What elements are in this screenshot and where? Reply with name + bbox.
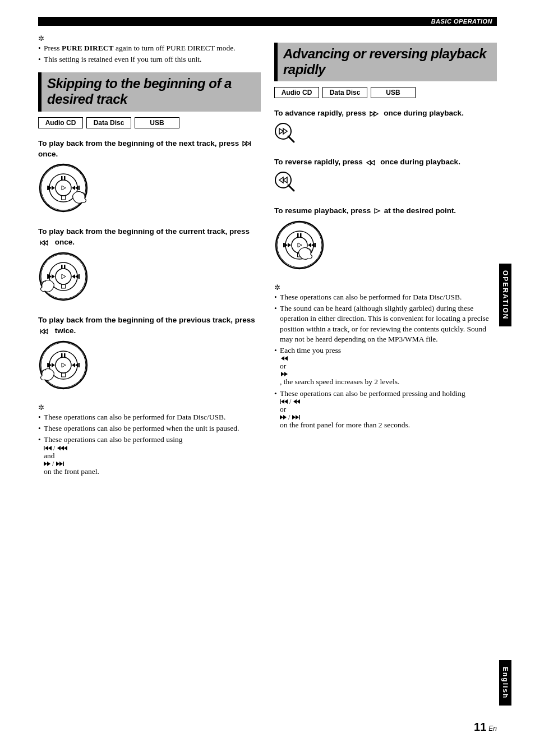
skip-rewind-combo-icon: / (44, 445, 261, 451)
figure-dpad-prev-twice (38, 340, 261, 394)
svg-text:/: / (288, 414, 290, 420)
prev-track-icon (39, 329, 52, 334)
media-tags: Audio CD Data Disc USB (274, 87, 497, 98)
tag-data-disc: Data Disc (322, 87, 367, 98)
svg-text:/: / (52, 461, 54, 467)
side-tab-operation: OPERATION (499, 264, 511, 326)
svg-text:/: / (289, 399, 292, 404)
tips-list-2: These operations can also be performed f… (38, 412, 261, 477)
svg-rect-19 (280, 399, 281, 404)
tag-usb: USB (371, 87, 416, 98)
figure-dpad-play (274, 220, 497, 274)
figure-dpad-next (38, 163, 261, 216)
instruction-previous-track: To play back from the beginning of the p… (38, 315, 261, 336)
fwd-skip-combo-icon: / (280, 414, 497, 420)
tag-data-disc: Data Disc (86, 117, 131, 128)
instruction-resume: To resume playback, press at the desired… (274, 206, 497, 216)
page-number: 11En (474, 721, 497, 734)
tip-item: These operations can also be performed u… (38, 435, 261, 477)
instruction-reverse: To reverse rapidly, press once during pl… (274, 157, 497, 168)
fast-forward-icon (280, 371, 497, 377)
svg-text:/: / (53, 445, 56, 451)
tag-audio-cd: Audio CD (274, 87, 319, 98)
fast-forward-icon (370, 111, 381, 117)
tag-usb: USB (135, 117, 179, 128)
tip-item: These operations can also be performed f… (274, 292, 497, 302)
svg-rect-18 (63, 462, 64, 466)
tip-item: These operations can also be performed w… (38, 423, 261, 434)
section-heading-advance: Advancing or reversing playback rapidly (274, 43, 497, 81)
left-column: ✲ Press PURE DIRECT again to turn off PU… (38, 35, 261, 483)
svg-rect-22 (299, 415, 301, 420)
tip-item: This setting is retained even if you tur… (38, 54, 261, 64)
rewind-icon (366, 160, 377, 165)
figure-magnifier-fwd (274, 122, 497, 147)
media-tags: Audio CD Data Disc USB (38, 117, 261, 128)
fwd-skip-combo-icon: / (44, 461, 261, 467)
tip-item: The sound can be heard (although slightl… (274, 303, 497, 344)
figure-dpad-prev (38, 251, 261, 305)
instruction-advance: To advance rapidly, press once during pl… (274, 108, 497, 119)
tip-item: Each time you press or , the search spee… (274, 345, 497, 388)
prev-track-icon (39, 240, 52, 246)
rewind-icon (280, 356, 497, 361)
tip-icon: ✲ (274, 284, 497, 291)
header-category: BASIC OPERATION (38, 17, 497, 26)
tip-item: These operations can also be performed p… (274, 389, 497, 431)
tips-list-1: Press PURE DIRECT again to turn off PURE… (38, 43, 261, 64)
svg-rect-11 (250, 141, 251, 146)
section-heading-skip: Skipping to the beginning of a desired t… (38, 72, 261, 111)
tag-audio-cd: Audio CD (38, 117, 83, 128)
svg-rect-14 (44, 446, 45, 450)
tip-icon: ✲ (38, 404, 261, 411)
side-tab-language: English (499, 660, 511, 706)
figure-magnifier-rev (274, 171, 497, 196)
instruction-current-track: To play back from the beginning of the c… (38, 227, 261, 248)
right-column: Advancing or reversing playback rapidly … (274, 35, 497, 483)
tip-item: These operations can also be performed f… (38, 412, 261, 422)
next-track-icon (242, 141, 255, 146)
tip-item: Press PURE DIRECT again to turn off PURE… (38, 43, 261, 53)
tips-list-right: These operations can also be performed f… (274, 292, 497, 430)
play-icon (374, 208, 381, 214)
tip-icon: ✲ (38, 35, 261, 42)
instruction-next-track: To play back from the beginning of the n… (38, 139, 261, 160)
skip-rewind-combo-icon: / (280, 399, 497, 404)
